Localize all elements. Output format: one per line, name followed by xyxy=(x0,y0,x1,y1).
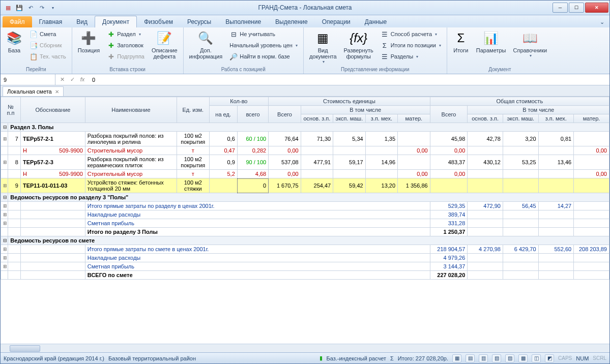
skip-button[interactable]: ⊟Не учитывать xyxy=(227,28,300,40)
close-button[interactable]: ✕ xyxy=(585,3,608,13)
base-button[interactable]: 📚 База xyxy=(4,28,25,55)
qat-more-icon[interactable]: ▾ xyxy=(48,3,57,12)
col-oszp[interactable]: основ. з.п. xyxy=(301,114,333,123)
summary-row[interactable]: ⊞Сметная прибыль331,28 xyxy=(1,219,609,228)
collapse-icon[interactable]: ⊟ xyxy=(1,193,8,202)
redo-icon[interactable]: ↷ xyxy=(37,3,46,12)
summary-row[interactable]: ⊞Итого прямые затраты по смете в ценах 2… xyxy=(1,245,609,254)
col-vsego[interactable]: всего xyxy=(237,106,268,123)
tab-selection[interactable]: Выделение xyxy=(268,16,315,27)
section-row[interactable]: ⊟Ведомость ресурсов по разделу 3 "Полы" xyxy=(1,193,609,202)
col-tmat[interactable]: матер. xyxy=(574,114,609,123)
col-vtom[interactable]: В том числе xyxy=(301,106,430,114)
level-button[interactable]: Начальный уровень цен▾ xyxy=(227,40,300,51)
active-cell[interactable]: 0 xyxy=(237,178,268,193)
view6-button[interactable]: ▩ xyxy=(518,354,528,362)
smeta-button[interactable]: 📄Смета xyxy=(27,28,69,40)
col-naim[interactable]: Наименование xyxy=(85,97,177,123)
horizontal-scrollbar[interactable] xyxy=(1,344,609,352)
fx-icon[interactable]: fx xyxy=(78,76,87,83)
col-tvtom[interactable]: В том числе xyxy=(468,106,609,114)
col-tzpm[interactable]: з.п. мех. xyxy=(538,114,574,123)
estimate-grid[interactable]: № п.п Обоснование Наименование Ед. изм. … xyxy=(1,97,609,280)
expand-icon[interactable]: ⊞⊞ xyxy=(1,132,8,146)
cancel-icon[interactable]: ✕ xyxy=(57,76,67,83)
view7-button[interactable]: ◫ xyxy=(532,354,541,362)
col-zpm[interactable]: з.п. мех. xyxy=(365,114,397,123)
total-row[interactable]: Итого по разделу 3 Полы1 250,37 xyxy=(1,228,609,236)
status-total[interactable]: Итого: 227 028,20р. xyxy=(398,355,448,361)
expand-icon[interactable]: ⊞⊞ xyxy=(1,155,8,170)
calcmethod-button[interactable]: ☰Способ расчета▾ xyxy=(378,28,444,40)
col-osn[interactable]: Обоснование xyxy=(20,97,85,123)
params-button[interactable]: 📊 Параметры xyxy=(474,28,509,55)
razdely-button[interactable]: ☰Разделы▾ xyxy=(378,51,444,62)
status-calc[interactable]: Баз.-индексный расчет xyxy=(327,355,386,361)
grand-total-row[interactable]: ВСЕГО по смете227 028,20 xyxy=(1,271,609,280)
col-obst[interactable]: Общая стоимость xyxy=(430,97,609,106)
col-mat[interactable]: матер. xyxy=(398,114,430,123)
save-icon[interactable]: 💾 xyxy=(15,3,24,12)
col-stued[interactable]: Стоимость единицы xyxy=(269,97,430,106)
view2-button[interactable]: ▤ xyxy=(466,354,475,362)
minimize-button[interactable]: ─ xyxy=(553,3,568,13)
view1-button[interactable]: ▦ xyxy=(452,354,461,362)
close-icon[interactable]: ✕ xyxy=(55,89,59,95)
col-npp[interactable]: № п.п xyxy=(1,97,21,123)
summary-row[interactable]: ⊞Накладные расходы4 979,26 xyxy=(1,254,609,262)
summary-row[interactable]: ⊞Накладные расходы389,74 xyxy=(1,210,609,219)
col-em[interactable]: эксп. маш. xyxy=(333,114,365,123)
table-row[interactable]: ⊞⊞ 8 ТЕРр57-2-3 Разборка покрытий полов:… xyxy=(1,155,609,170)
summary-row[interactable]: ⊞Итого прямые затраты по разделу в ценах… xyxy=(1,202,609,210)
name-box[interactable]: 9 xyxy=(1,74,55,85)
summary-row[interactable]: ⊞Сметная прибыль3 144,37 xyxy=(1,262,609,271)
table-row[interactable]: ⊞⊞ 7 ТЕРр57-2-1 Разборка покрытий полов:… xyxy=(1,132,609,146)
tab-operations[interactable]: Операции xyxy=(315,16,358,27)
findnorm-button[interactable]: 🔎Найти в норм. базе xyxy=(227,51,300,62)
itogipoz-button[interactable]: ΣИтоги по позиции▾ xyxy=(378,40,444,51)
collapse-icon[interactable]: ⊟ xyxy=(1,123,8,132)
dopinfo-button[interactable]: 🔍 Доп. информация xyxy=(187,28,225,61)
col-vsego2[interactable]: Всего xyxy=(269,106,301,123)
doc-tab[interactable]: Локальная смета ✕ xyxy=(3,86,64,96)
col-ed[interactable]: Ед. изм. xyxy=(177,97,209,123)
maximize-button[interactable]: ☐ xyxy=(569,3,584,13)
tab-physvolume[interactable]: Физобъем xyxy=(137,16,180,27)
undo-icon[interactable]: ↶ xyxy=(26,3,35,12)
section-row[interactable]: ⊟Ведомость ресурсов по смете xyxy=(1,236,609,245)
col-naed[interactable]: на ед. xyxy=(209,106,237,123)
tab-execution[interactable]: Выполнение xyxy=(218,16,268,27)
view8-button[interactable]: ◩ xyxy=(545,354,554,362)
position-button[interactable]: ➕ Позиция xyxy=(75,28,103,55)
section-row[interactable]: ⊟Раздел 3. Полы xyxy=(1,123,609,132)
razdel-button[interactable]: ✚Раздел▾ xyxy=(104,28,147,40)
itogi-button[interactable]: Σ Итоги xyxy=(450,28,472,55)
zagolovok-button[interactable]: ✚Заголовок xyxy=(104,40,147,51)
col-tvsego[interactable]: Всего xyxy=(430,106,468,123)
ribbon-collapse-icon[interactable]: ⌄ xyxy=(595,17,609,27)
view4-button[interactable]: ▧ xyxy=(492,354,501,362)
viewdoc-button[interactable]: ▦ Вид документа▾ xyxy=(307,28,339,66)
expand-icon[interactable]: ⊞⊞ xyxy=(1,178,8,193)
accept-icon[interactable]: ✓ xyxy=(68,76,77,83)
sprav-button[interactable]: 📖 Справочники▾ xyxy=(510,28,549,59)
tab-file[interactable]: Файл xyxy=(3,16,32,27)
view3-button[interactable]: ▥ xyxy=(479,354,488,362)
view5-button[interactable]: ▨ xyxy=(505,354,514,362)
app-icon[interactable]: ▦ xyxy=(4,3,13,12)
collapse-icon[interactable]: ⊟ xyxy=(1,236,8,245)
tab-resources[interactable]: Ресурсы xyxy=(180,16,218,27)
waste-row[interactable]: Н509-9900 Строительный мусор т 0,47 0,28… xyxy=(1,146,609,155)
selected-row[interactable]: ⊞⊞ 9 ТЕР11-01-011-03 Устройство стяжек: … xyxy=(1,178,609,193)
col-toszp[interactable]: основ. з.п. xyxy=(468,114,503,123)
tab-document[interactable]: Документ xyxy=(95,16,137,27)
formula-input[interactable] xyxy=(89,77,609,83)
tab-data[interactable]: Данные xyxy=(358,16,394,27)
tab-home[interactable]: Главная xyxy=(32,16,70,27)
expand-button[interactable]: {fx} Развернуть формулы xyxy=(341,28,376,61)
tab-view[interactable]: Вид xyxy=(69,16,95,27)
scrollbar-thumb[interactable] xyxy=(10,345,40,352)
waste-row[interactable]: Н509-9900 Строительный мусор т 5,2 4,68 … xyxy=(1,170,609,178)
col-kolvo[interactable]: Кол-во xyxy=(209,97,269,106)
col-tem[interactable]: эксп. маш. xyxy=(503,114,538,123)
